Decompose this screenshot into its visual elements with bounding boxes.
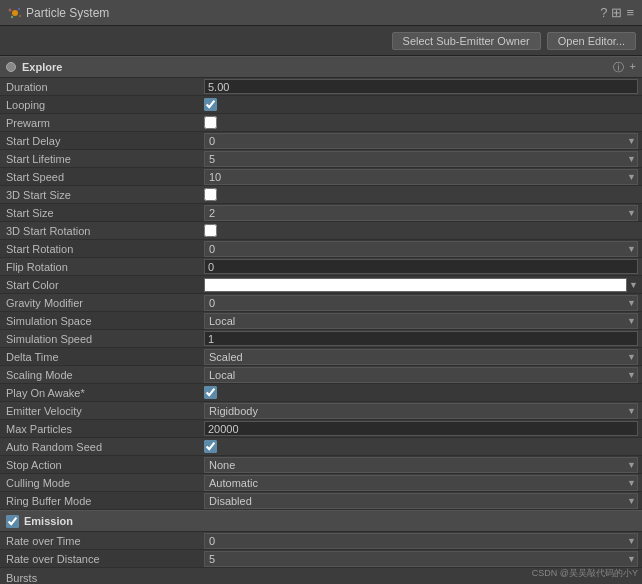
prop-label-3d-start-rotation: 3D Start Rotation <box>4 225 204 237</box>
prop-start-rotation: Start Rotation 0 ▼ <box>0 240 642 258</box>
properties-panel: Duration Looping Prewarm Start Delay 0 ▼ <box>0 78 642 510</box>
prop-delta-time: Delta Time Scaled ▼ <box>0 348 642 366</box>
title-bar: Particle System ? ⊞ ≡ <box>0 0 642 26</box>
prop-looping: Looping <box>0 96 642 114</box>
explore-section-header: Explore ⓘ + <box>0 56 642 78</box>
emission-header: Emission <box>0 510 642 532</box>
prop-gravity-modifier: Gravity Modifier 0 ▼ <box>0 294 642 312</box>
prop-rate-over-distance: Rate over Distance 5 ▼ <box>0 550 642 568</box>
pin-icon[interactable]: ⊞ <box>611 5 622 20</box>
3d-start-size-checkbox[interactable] <box>204 188 217 201</box>
start-size-select[interactable]: 2 <box>204 205 638 221</box>
menu-icon[interactable]: ≡ <box>626 5 634 20</box>
simulation-speed-input[interactable] <box>204 331 638 346</box>
prop-label-auto-random-seed: Auto Random Seed <box>4 441 204 453</box>
prop-3d-start-size: 3D Start Size <box>0 186 642 204</box>
delta-time-select[interactable]: Scaled <box>204 349 638 365</box>
add-icon[interactable]: + <box>630 60 636 75</box>
prop-duration: Duration <box>0 78 642 96</box>
particle-system-icon <box>8 6 22 20</box>
svg-point-4 <box>19 15 21 17</box>
prop-start-color: Start Color ▼ <box>0 276 642 294</box>
stop-action-select[interactable]: None <box>204 457 638 473</box>
prop-label-prewarm: Prewarm <box>4 117 204 129</box>
prop-value-rate-over-time: 0 ▼ <box>204 533 638 549</box>
prop-label-duration: Duration <box>4 81 204 93</box>
rate-over-distance-select[interactable]: 5 <box>204 551 638 567</box>
prop-label-simulation-speed: Simulation Speed <box>4 333 204 345</box>
select-sub-emitter-btn[interactable]: Select Sub-Emitter Owner <box>392 32 541 50</box>
emitter-velocity-select[interactable]: Rigidbody <box>204 403 638 419</box>
prop-label-flip-rotation: Flip Rotation <box>4 261 204 273</box>
duration-input[interactable] <box>204 79 638 94</box>
info-icon[interactable]: ⓘ <box>613 60 624 75</box>
prop-value-ring-buffer-mode: Disabled ▼ <box>204 493 638 509</box>
prop-label-start-size: Start Size <box>4 207 204 219</box>
prop-value-rate-over-distance: 5 ▼ <box>204 551 638 567</box>
prop-value-scaling-mode: Local ▼ <box>204 367 638 383</box>
prop-value-start-rotation: 0 ▼ <box>204 241 638 257</box>
prop-label-culling-mode: Culling Mode <box>4 477 204 489</box>
title-bar-actions: ? ⊞ ≡ <box>600 5 634 20</box>
start-color-swatch[interactable] <box>204 278 627 292</box>
prop-value-start-speed: 10 ▼ <box>204 169 638 185</box>
window-title: Particle System <box>26 6 600 20</box>
svg-point-3 <box>11 15 13 17</box>
simulation-space-select[interactable]: Local <box>204 313 638 329</box>
flip-rotation-input[interactable] <box>204 259 638 274</box>
start-delay-select[interactable]: 0 <box>204 133 638 149</box>
svg-point-2 <box>18 7 20 9</box>
start-lifetime-select[interactable]: 5 <box>204 151 638 167</box>
prop-label-ring-buffer-mode: Ring Buffer Mode <box>4 495 204 507</box>
prop-label-stop-action: Stop Action <box>4 459 204 471</box>
start-speed-select[interactable]: 10 <box>204 169 638 185</box>
prop-value-3d-start-rotation <box>204 224 638 237</box>
play-on-awake-checkbox[interactable] <box>204 386 217 399</box>
gravity-modifier-select[interactable]: 0 <box>204 295 638 311</box>
toolbar: Select Sub-Emitter Owner Open Editor... <box>0 26 642 56</box>
prop-rate-over-time: Rate over Time 0 ▼ <box>0 532 642 550</box>
help-icon[interactable]: ? <box>600 5 607 20</box>
prop-label-max-particles: Max Particles <box>4 423 204 435</box>
max-particles-input[interactable] <box>204 421 638 436</box>
3d-start-rotation-checkbox[interactable] <box>204 224 217 237</box>
ring-buffer-mode-select[interactable]: Disabled <box>204 493 638 509</box>
rate-over-time-select[interactable]: 0 <box>204 533 638 549</box>
prewarm-checkbox[interactable] <box>204 116 217 129</box>
prop-value-start-lifetime: 5 ▼ <box>204 151 638 167</box>
auto-random-seed-checkbox[interactable] <box>204 440 217 453</box>
prop-value-max-particles <box>204 421 638 436</box>
prop-value-simulation-space: Local ▼ <box>204 313 638 329</box>
prop-label-looping: Looping <box>4 99 204 111</box>
prop-max-particles: Max Particles <box>0 420 642 438</box>
prop-scaling-mode: Scaling Mode Local ▼ <box>0 366 642 384</box>
prop-culling-mode: Culling Mode Automatic ▼ <box>0 474 642 492</box>
prop-value-start-delay: 0 ▼ <box>204 133 638 149</box>
main-container: Particle System ? ⊞ ≡ Select Sub-Emitter… <box>0 0 642 584</box>
prop-value-gravity-modifier: 0 ▼ <box>204 295 638 311</box>
culling-mode-select[interactable]: Automatic <box>204 475 638 491</box>
prop-label-start-rotation: Start Rotation <box>4 243 204 255</box>
start-rotation-select[interactable]: 0 <box>204 241 638 257</box>
emission-checkbox[interactable] <box>6 515 19 528</box>
prop-label-emitter-velocity: Emitter Velocity <box>4 405 204 417</box>
prop-value-start-color: ▼ <box>204 278 638 292</box>
prop-label-start-color: Start Color <box>4 279 204 291</box>
prop-label-scaling-mode: Scaling Mode <box>4 369 204 381</box>
prop-play-on-awake: Play On Awake* <box>0 384 642 402</box>
scaling-mode-select[interactable]: Local <box>204 367 638 383</box>
prop-value-flip-rotation <box>204 259 638 274</box>
prop-value-auto-random-seed <box>204 440 638 453</box>
prop-label-gravity-modifier: Gravity Modifier <box>4 297 204 309</box>
prop-stop-action: Stop Action None ▼ <box>0 456 642 474</box>
looping-checkbox[interactable] <box>204 98 217 111</box>
prop-value-duration <box>204 79 638 94</box>
explore-icons: ⓘ + <box>613 60 636 75</box>
prop-simulation-speed: Simulation Speed <box>0 330 642 348</box>
prop-value-stop-action: None ▼ <box>204 457 638 473</box>
explore-label: Explore <box>22 61 613 73</box>
open-editor-btn[interactable]: Open Editor... <box>547 32 636 50</box>
start-color-arrow: ▼ <box>629 280 638 290</box>
prop-value-prewarm <box>204 116 638 129</box>
prop-start-lifetime: Start Lifetime 5 ▼ <box>0 150 642 168</box>
